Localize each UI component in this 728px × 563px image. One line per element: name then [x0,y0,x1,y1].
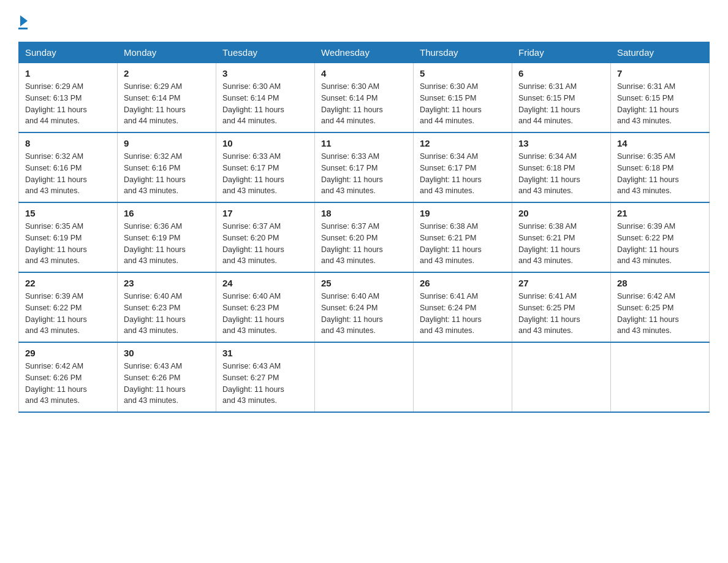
calendar-cell: 19 Sunrise: 6:38 AMSunset: 6:21 PMDaylig… [414,202,512,272]
day-info: Sunrise: 6:43 AMSunset: 6:27 PMDaylight:… [222,362,284,405]
logo [18,12,28,29]
logo-arrow-icon [20,15,28,26]
day-info: Sunrise: 6:33 AMSunset: 6:17 PMDaylight:… [222,152,284,195]
calendar-table: SundayMondayTuesdayWednesdayThursdayFrid… [18,42,710,413]
day-info: Sunrise: 6:34 AMSunset: 6:18 PMDaylight:… [518,152,580,195]
page-header [18,12,710,29]
calendar-cell: 12 Sunrise: 6:34 AMSunset: 6:17 PMDaylig… [414,132,512,202]
week-row-2: 8 Sunrise: 6:32 AMSunset: 6:16 PMDayligh… [19,132,710,202]
day-number: 31 [222,348,308,358]
day-number: 28 [617,278,703,288]
calendar-cell: 31 Sunrise: 6:43 AMSunset: 6:27 PMDaylig… [216,342,315,412]
day-info: Sunrise: 6:39 AMSunset: 6:22 PMDaylight:… [617,222,679,265]
day-number: 20 [518,208,604,218]
day-number: 16 [124,208,210,218]
calendar-cell [512,342,611,412]
day-number: 4 [321,68,407,79]
day-info: Sunrise: 6:36 AMSunset: 6:19 PMDaylight:… [124,222,186,265]
day-number: 11 [321,138,407,148]
calendar-cell: 25 Sunrise: 6:40 AMSunset: 6:24 PMDaylig… [315,272,414,342]
day-info: Sunrise: 6:37 AMSunset: 6:20 PMDaylight:… [321,222,383,265]
day-number: 19 [420,208,506,218]
calendar-cell: 2 Sunrise: 6:29 AMSunset: 6:14 PMDayligh… [118,63,216,133]
weekday-header-saturday: Saturday [611,42,710,63]
day-info: Sunrise: 6:29 AMSunset: 6:13 PMDaylight:… [25,82,87,125]
day-number: 22 [25,278,111,288]
calendar-cell: 26 Sunrise: 6:41 AMSunset: 6:24 PMDaylig… [414,272,512,342]
calendar-cell: 6 Sunrise: 6:31 AMSunset: 6:15 PMDayligh… [512,63,611,133]
calendar-cell: 20 Sunrise: 6:38 AMSunset: 6:21 PMDaylig… [512,202,611,272]
day-info: Sunrise: 6:39 AMSunset: 6:22 PMDaylight:… [25,292,87,335]
calendar-cell: 7 Sunrise: 6:31 AMSunset: 6:15 PMDayligh… [611,63,710,133]
calendar-cell: 8 Sunrise: 6:32 AMSunset: 6:16 PMDayligh… [19,132,118,202]
logo-underline [18,28,28,29]
calendar-cell: 18 Sunrise: 6:37 AMSunset: 6:20 PMDaylig… [315,202,414,272]
day-info: Sunrise: 6:30 AMSunset: 6:14 PMDaylight:… [321,82,383,125]
day-info: Sunrise: 6:34 AMSunset: 6:17 PMDaylight:… [420,152,482,195]
day-number: 27 [518,278,604,288]
day-info: Sunrise: 6:40 AMSunset: 6:23 PMDaylight:… [222,292,284,335]
day-info: Sunrise: 6:42 AMSunset: 6:25 PMDaylight:… [617,292,679,335]
day-number: 30 [124,348,210,358]
calendar-cell: 16 Sunrise: 6:36 AMSunset: 6:19 PMDaylig… [118,202,216,272]
day-info: Sunrise: 6:43 AMSunset: 6:26 PMDaylight:… [124,362,186,405]
calendar-cell: 5 Sunrise: 6:30 AMSunset: 6:15 PMDayligh… [414,63,512,133]
calendar-cell: 27 Sunrise: 6:41 AMSunset: 6:25 PMDaylig… [512,272,611,342]
day-info: Sunrise: 6:41 AMSunset: 6:25 PMDaylight:… [518,292,580,335]
day-info: Sunrise: 6:35 AMSunset: 6:18 PMDaylight:… [617,152,679,195]
day-number: 24 [222,278,308,288]
day-number: 8 [25,138,111,148]
calendar-cell: 4 Sunrise: 6:30 AMSunset: 6:14 PMDayligh… [315,63,414,133]
day-info: Sunrise: 6:40 AMSunset: 6:24 PMDaylight:… [321,292,383,335]
weekday-header-wednesday: Wednesday [315,42,414,63]
calendar-cell: 21 Sunrise: 6:39 AMSunset: 6:22 PMDaylig… [611,202,710,272]
day-number: 17 [222,208,308,218]
day-number: 10 [222,138,308,148]
calendar-cell: 17 Sunrise: 6:37 AMSunset: 6:20 PMDaylig… [216,202,315,272]
calendar-cell: 3 Sunrise: 6:30 AMSunset: 6:14 PMDayligh… [216,63,315,133]
day-number: 7 [617,68,703,79]
day-info: Sunrise: 6:42 AMSunset: 6:26 PMDaylight:… [25,362,87,405]
day-number: 21 [617,208,703,218]
day-number: 25 [321,278,407,288]
calendar-cell: 10 Sunrise: 6:33 AMSunset: 6:17 PMDaylig… [216,132,315,202]
day-number: 29 [25,348,111,358]
calendar-cell: 22 Sunrise: 6:39 AMSunset: 6:22 PMDaylig… [19,272,118,342]
day-number: 23 [124,278,210,288]
day-info: Sunrise: 6:32 AMSunset: 6:16 PMDaylight:… [124,152,186,195]
day-number: 1 [25,68,111,79]
day-number: 15 [25,208,111,218]
week-row-1: 1 Sunrise: 6:29 AMSunset: 6:13 PMDayligh… [19,63,710,133]
day-info: Sunrise: 6:30 AMSunset: 6:14 PMDaylight:… [222,82,284,125]
day-number: 14 [617,138,703,148]
day-info: Sunrise: 6:37 AMSunset: 6:20 PMDaylight:… [222,222,284,265]
calendar-cell [611,342,710,412]
day-number: 6 [518,68,604,79]
weekday-header-sunday: Sunday [19,42,118,63]
day-number: 5 [420,68,506,79]
week-row-3: 15 Sunrise: 6:35 AMSunset: 6:19 PMDaylig… [19,202,710,272]
day-number: 2 [124,68,210,79]
day-info: Sunrise: 6:31 AMSunset: 6:15 PMDaylight:… [617,82,679,125]
day-info: Sunrise: 6:31 AMSunset: 6:15 PMDaylight:… [518,82,580,125]
day-number: 26 [420,278,506,288]
calendar-cell: 29 Sunrise: 6:42 AMSunset: 6:26 PMDaylig… [19,342,118,412]
day-number: 3 [222,68,308,79]
day-info: Sunrise: 6:38 AMSunset: 6:21 PMDaylight:… [518,222,580,265]
weekday-header-monday: Monday [118,42,216,63]
calendar-cell: 30 Sunrise: 6:43 AMSunset: 6:26 PMDaylig… [118,342,216,412]
calendar-cell: 11 Sunrise: 6:33 AMSunset: 6:17 PMDaylig… [315,132,414,202]
weekday-header-thursday: Thursday [414,42,512,63]
calendar-cell: 1 Sunrise: 6:29 AMSunset: 6:13 PMDayligh… [19,63,118,133]
calendar-cell [315,342,414,412]
calendar-cell: 24 Sunrise: 6:40 AMSunset: 6:23 PMDaylig… [216,272,315,342]
calendar-cell: 9 Sunrise: 6:32 AMSunset: 6:16 PMDayligh… [118,132,216,202]
day-number: 9 [124,138,210,148]
day-number: 18 [321,208,407,218]
day-info: Sunrise: 6:33 AMSunset: 6:17 PMDaylight:… [321,152,383,195]
calendar-cell [414,342,512,412]
day-info: Sunrise: 6:40 AMSunset: 6:23 PMDaylight:… [124,292,186,335]
week-row-5: 29 Sunrise: 6:42 AMSunset: 6:26 PMDaylig… [19,342,710,412]
calendar-cell: 13 Sunrise: 6:34 AMSunset: 6:18 PMDaylig… [512,132,611,202]
day-info: Sunrise: 6:32 AMSunset: 6:16 PMDaylight:… [25,152,87,195]
